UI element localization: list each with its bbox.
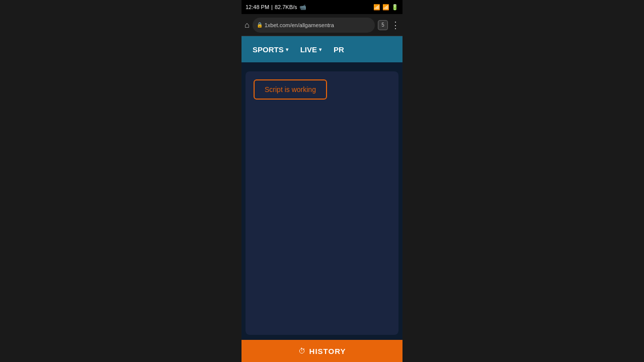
lock-icon: 🔒: [257, 22, 263, 28]
phone-frame: 12:48 PM | 82.7KB/s 📹 📶 📶 🔋 ⌂ 🔒 1xbet.co…: [242, 0, 403, 362]
url-bar[interactable]: 🔒 1xbet.com/en/allgamesentra: [253, 18, 375, 33]
url-text: 1xbet.com/en/allgamesentra: [265, 22, 334, 28]
menu-icon[interactable]: ⋮: [391, 20, 399, 31]
data-speed-value: 82.7KB/s: [275, 4, 297, 10]
history-bar[interactable]: ⏱ HISTORY: [242, 340, 403, 362]
wifi-icon: 📶: [382, 4, 389, 11]
home-icon[interactable]: ⌂: [245, 21, 250, 30]
data-speed: |: [271, 4, 273, 10]
script-working-button[interactable]: Script is working: [254, 79, 327, 100]
history-icon: ⏱: [298, 347, 305, 355]
video-icon: 📹: [299, 4, 306, 11]
nav-bar: SPORTS ▾ LIVE ▾ PR: [242, 36, 403, 62]
status-left: 12:48 PM | 82.7KB/s 📹: [246, 4, 306, 11]
left-panel: [0, 0, 242, 362]
time-display: 12:48 PM: [246, 4, 269, 10]
browser-bar: ⌂ 🔒 1xbet.com/en/allgamesentra 5 ⋮: [242, 14, 403, 36]
tab-count[interactable]: 5: [378, 20, 388, 30]
history-label: HISTORY: [309, 347, 346, 355]
sim-icon: 📶: [373, 4, 380, 11]
status-bar: 12:48 PM | 82.7KB/s 📹 📶 📶 🔋: [242, 0, 403, 14]
nav-live-label: LIVE: [300, 45, 317, 54]
nav-separator: [242, 62, 403, 66]
battery-icon: 🔋: [391, 4, 398, 11]
nav-pr-label: PR: [334, 45, 344, 54]
nav-sports-label: SPORTS: [253, 45, 284, 54]
nav-sports-chevron: ▾: [286, 47, 288, 52]
main-content: Script is working: [242, 66, 403, 340]
content-card: Script is working: [246, 71, 398, 335]
nav-item-live[interactable]: LIVE ▾: [294, 45, 328, 54]
status-right: 📶 📶 🔋: [373, 4, 398, 11]
nav-item-sports[interactable]: SPORTS ▾: [247, 45, 294, 54]
nav-live-chevron: ▾: [319, 47, 321, 52]
nav-item-pr[interactable]: PR: [328, 45, 350, 54]
right-panel: [403, 0, 644, 362]
